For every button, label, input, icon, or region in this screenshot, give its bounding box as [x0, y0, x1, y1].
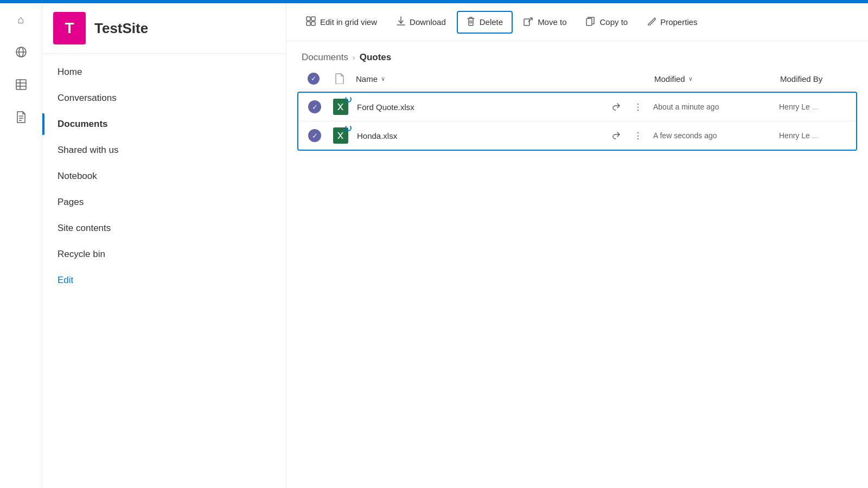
file-checkbox-2[interactable]: ✓ [305, 129, 324, 142]
edit-grid-icon [306, 16, 316, 28]
svg-rect-13 [311, 22, 315, 25]
file-modified-2: A few seconds ago [653, 131, 773, 140]
check-circle-2: ✓ [308, 129, 321, 142]
file-name-1[interactable]: Ford Quote.xlsx [357, 102, 601, 112]
edit-grid-view-button[interactable]: Edit in grid view [297, 12, 386, 33]
file-modifier-1: Henry Le ... [779, 102, 850, 111]
share-icon-2[interactable] [608, 127, 625, 144]
delete-icon [467, 16, 475, 28]
svg-rect-10 [307, 17, 310, 21]
file-name-2[interactable]: Honda.xlsx [357, 131, 601, 140]
select-all-check[interactable]: ✓ [304, 73, 323, 85]
file-modifier-2: Henry Le ... [779, 131, 850, 140]
breadcrumb-current: Quotes [360, 52, 392, 63]
file-icon-header [330, 73, 349, 84]
page-rail-icon[interactable] [10, 106, 32, 128]
file-actions-1: ⋮ [608, 98, 647, 115]
sidebar-item-recycle-bin[interactable]: Recycle bin [42, 241, 286, 267]
site-logo: T [53, 12, 86, 44]
sidebar-item-edit[interactable]: Edit [42, 267, 286, 293]
table-row[interactable]: ✓ Honda.x [298, 121, 856, 150]
breadcrumb-separator: › [353, 53, 355, 62]
check-circle-1: ✓ [308, 100, 321, 113]
properties-icon [647, 17, 656, 28]
move-to-button[interactable]: Move to [515, 12, 575, 33]
file-modified-1: About a minute ago [653, 102, 773, 111]
home-rail-icon[interactable]: ⌂ [10, 9, 32, 30]
share-icon-1[interactable] [608, 98, 625, 115]
delete-button[interactable]: Delete [457, 11, 513, 34]
copy-to-icon [586, 16, 595, 28]
sidebar-item-notebook[interactable]: Notebook [42, 163, 286, 189]
table-rail-icon[interactable] [10, 74, 32, 95]
selected-files-box: ✓ Ford Qu [297, 92, 857, 151]
loading-spinner-1 [345, 96, 352, 102]
file-list: ✓ Name ∨ Modified ∨ [286, 68, 868, 488]
copy-to-button[interactable]: Copy to [577, 12, 636, 33]
file-checkbox-1[interactable]: ✓ [305, 100, 324, 113]
sidebar-item-site-contents[interactable]: Site contents [42, 215, 286, 241]
sidebar-item-pages[interactable]: Pages [42, 189, 286, 215]
file-icon-1 [331, 98, 350, 115]
svg-rect-11 [311, 17, 315, 21]
sidebar-item-shared-with-us[interactable]: Shared with us [42, 137, 286, 163]
svg-rect-18 [586, 18, 592, 25]
breadcrumb: Documents › Quotes [286, 41, 868, 68]
modified-column-header[interactable]: Modified ∨ [654, 74, 774, 84]
loading-spinner-2 [345, 125, 352, 131]
svg-rect-3 [16, 80, 26, 89]
sidebar-item-conversations[interactable]: Conversations [42, 85, 286, 111]
modified-sort-icon: ∨ [688, 75, 693, 82]
file-actions-2: ⋮ [608, 127, 647, 144]
name-sort-icon: ∨ [381, 75, 385, 82]
move-to-icon [524, 16, 533, 28]
site-header: T TestSite [42, 3, 286, 54]
doc-area: Edit in grid view Download [286, 3, 868, 488]
icon-rail: ⌂ [0, 3, 42, 488]
download-icon [397, 16, 405, 28]
properties-button[interactable]: Properties [639, 12, 706, 32]
file-list-header: ✓ Name ∨ Modified ∨ [297, 68, 857, 89]
download-button[interactable]: Download [388, 12, 455, 33]
table-row[interactable]: ✓ Ford Qu [298, 93, 856, 121]
sidebar-nav: Home Conversations Documents Shared with… [42, 54, 286, 488]
breadcrumb-parent[interactable]: Documents [302, 52, 348, 63]
more-icon-1[interactable]: ⋮ [629, 98, 647, 115]
globe-rail-icon[interactable] [10, 41, 32, 63]
svg-rect-12 [307, 22, 310, 25]
name-column-header[interactable]: Name ∨ [356, 74, 648, 84]
more-icon-2[interactable]: ⋮ [629, 127, 647, 144]
svg-rect-17 [524, 19, 529, 25]
site-title: TestSite [94, 20, 148, 37]
sidebar-item-documents[interactable]: Documents [42, 111, 286, 137]
toolbar: Edit in grid view Download [286, 3, 868, 41]
file-icon-2 [331, 127, 350, 144]
modified-by-column-header: Modified By [780, 74, 851, 84]
sidebar-item-home[interactable]: Home [42, 59, 286, 85]
